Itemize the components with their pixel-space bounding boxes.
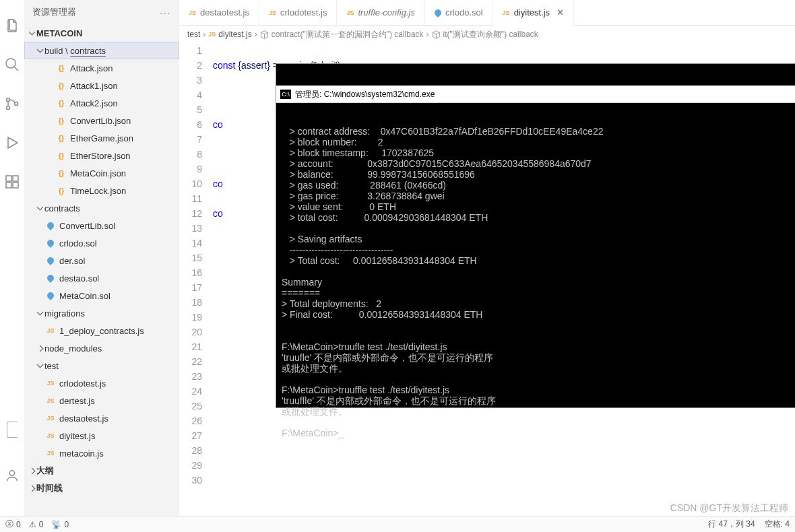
file-deploy-js[interactable]: JS1_deploy_contracts.js (24, 322, 179, 339)
status-warnings[interactable]: ⚠ 0 (29, 520, 44, 529)
search-icon[interactable] (3, 55, 22, 74)
editor-area: JSdestaotest.js JScrlodotest.js JStruffl… (179, 0, 795, 516)
project-root[interactable]: METACOIN (24, 24, 179, 42)
line-numbers: 1234567891011121314151617181920212223242… (179, 43, 213, 516)
close-icon[interactable]: ✕ (556, 7, 564, 18)
file-attack-json[interactable]: {}Attack.json (24, 59, 179, 77)
tab-destaotest[interactable]: JSdestaotest.js (179, 0, 259, 25)
file-tree: METACOIN build \ contracts {}Attack.json… (24, 24, 179, 532)
js-icon: JS (46, 432, 54, 439)
folder-contracts[interactable]: contracts (24, 199, 179, 217)
file-metacoin-js[interactable]: JSmetacoin.js (24, 444, 179, 462)
code-content[interactable]: const {assert} = require("chai") co co c… (213, 43, 795, 516)
timeline-panel[interactable]: 时间线 (24, 479, 179, 497)
status-errors[interactable]: ⓧ 0 (5, 519, 21, 530)
terminal-titlebar[interactable]: C:\ 管理员: C:\windows\system32\cmd.exe (276, 86, 795, 103)
file-dertest-js[interactable]: JSdertest.js (24, 392, 179, 409)
terminal-output: > contract address: 0x47C601B3f22a7fADf1… (276, 125, 795, 440)
file-ethergame-json[interactable]: {}EtherGame.json (24, 129, 179, 147)
file-convertlib-sol[interactable]: ConvertLib.sol (24, 217, 179, 234)
json-icon: {} (59, 169, 65, 177)
tab-crlodotest[interactable]: JScrlodotest.js (259, 0, 337, 25)
status-bar: ⓧ 0 ⚠ 0 📡 0 行 47，列 34 空格: 4 (0, 516, 795, 532)
panel-tip (0, 422, 24, 438)
svg-point-8 (9, 471, 14, 475)
status-line-col[interactable]: 行 47，列 34 (708, 519, 755, 530)
file-crlodo-sol[interactable]: crlodo.sol (24, 234, 179, 252)
file-metacoin-sol[interactable]: MetaCoin.sol (24, 287, 179, 304)
folder-test[interactable]: test (24, 357, 179, 374)
breadcrumbs[interactable]: test› JSdiyitest.js› contract("测试第一套的漏洞合… (179, 26, 795, 43)
account-icon[interactable] (3, 466, 22, 485)
status-ports[interactable]: 📡 0 (51, 520, 69, 529)
sidebar-title: 资源管理器 (32, 6, 76, 18)
outline-panel[interactable]: 大纲 (24, 462, 179, 479)
solidity-icon (46, 256, 55, 265)
file-crlodotest-js[interactable]: JScrlodotest.js (24, 374, 179, 392)
file-etherstore-json[interactable]: {}EtherStore.json (24, 147, 179, 164)
svg-point-1 (7, 98, 10, 102)
svg-rect-5 (6, 182, 11, 188)
svg-point-3 (15, 102, 18, 106)
js-icon: JS (503, 9, 510, 16)
js-icon: JS (189, 9, 196, 16)
folder-build[interactable]: build \ contracts (24, 42, 179, 59)
activity-bar (0, 0, 24, 532)
folder-node-modules[interactable]: node_modules (24, 339, 179, 357)
extensions-icon[interactable] (3, 172, 22, 191)
tab-truffle-config[interactable]: JStruffle-config.js (337, 0, 425, 25)
solidity-icon (46, 238, 55, 248)
file-timelock-json[interactable]: {}TimeLock.json (24, 182, 179, 199)
js-icon: JS (46, 327, 54, 334)
file-destao-sol[interactable]: destao.sol (24, 269, 179, 287)
js-icon: JS (208, 31, 216, 38)
file-destaotest-js[interactable]: JSdestaotest.js (24, 409, 179, 427)
json-icon: {} (59, 64, 65, 72)
file-diyitest-js[interactable]: JSdiyitest.js (24, 427, 179, 444)
json-icon: {} (59, 81, 65, 90)
solidity-icon (46, 291, 55, 300)
folder-migrations[interactable]: migrations (24, 304, 179, 322)
json-icon: {} (59, 134, 65, 142)
file-attack2-json[interactable]: {}Attack2.json (24, 94, 179, 112)
cmd-icon: C:\ (280, 90, 291, 99)
json-icon: {} (59, 187, 65, 195)
js-icon: JS (46, 415, 54, 422)
svg-rect-6 (13, 182, 18, 188)
json-icon: {} (59, 152, 65, 160)
run-debug-icon[interactable] (3, 133, 22, 152)
svg-rect-4 (6, 176, 11, 181)
file-convertlib-json[interactable]: {}ConvertLib.json (24, 112, 179, 129)
js-icon: JS (46, 380, 54, 387)
json-icon: {} (59, 99, 65, 107)
code-editor[interactable]: 1234567891011121314151617181920212223242… (179, 43, 795, 516)
file-attack1-json[interactable]: {}Attack1.json (24, 77, 179, 94)
svg-point-2 (7, 106, 10, 110)
js-icon: JS (46, 397, 54, 404)
tab-crlodo-sol[interactable]: crlodo.sol (425, 0, 493, 25)
json-icon: {} (59, 117, 65, 125)
sidebar: 资源管理器 ··· METACOIN build \ contracts {}A… (24, 0, 179, 532)
tab-bar: JSdestaotest.js JScrlodotest.js JStruffl… (179, 0, 795, 26)
solidity-icon (46, 221, 55, 230)
solidity-icon (433, 7, 443, 17)
sidebar-header: 资源管理器 ··· (24, 0, 179, 24)
js-icon: JS (346, 9, 354, 16)
sidebar-more-icon[interactable]: ··· (160, 7, 171, 18)
solidity-icon (46, 273, 55, 283)
file-der-sol[interactable]: der.sol (24, 252, 179, 269)
status-spaces[interactable]: 空格: 4 (765, 519, 790, 530)
activity-bottom (0, 466, 24, 485)
svg-rect-7 (13, 176, 18, 181)
js-icon: JS (46, 450, 54, 457)
file-metacoin-json[interactable]: {}MetaCoin.json (24, 164, 179, 182)
svg-point-0 (6, 59, 15, 68)
method-icon (260, 30, 269, 39)
tab-diyitest-active[interactable]: JSdiyitest.js✕ (493, 0, 574, 26)
terminal-window[interactable]: C:\ 管理员: C:\windows\system32\cmd.exe > c… (276, 63, 795, 408)
method-icon (432, 30, 441, 39)
js-icon: JS (269, 9, 276, 16)
explorer-icon[interactable] (3, 16, 22, 35)
source-control-icon[interactable] (3, 94, 22, 113)
